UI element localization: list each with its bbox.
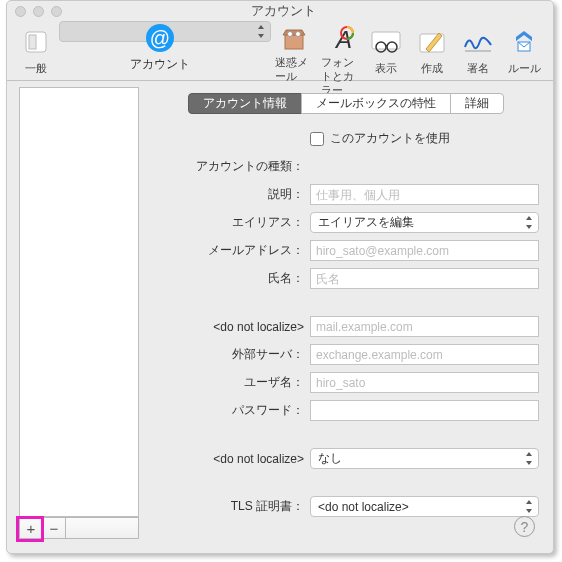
svg-point-7	[296, 32, 301, 37]
svg-rect-4	[285, 35, 303, 49]
external-label: 外部サーバ：	[152, 346, 310, 363]
incoming-label: <do not localize>	[152, 320, 310, 334]
svg-text:@: @	[149, 27, 169, 49]
toolbar-junk[interactable]: 迷惑メール	[271, 21, 317, 80]
svg-marker-16	[516, 31, 532, 41]
toolbar-general[interactable]: 一般	[13, 21, 59, 80]
traffic-lights	[15, 6, 62, 17]
content: + − アカウント情報 メールボックスの特性 詳細 このアカウントを使用 アカウ…	[7, 81, 553, 553]
fullname-field[interactable]	[310, 268, 539, 289]
tls-select[interactable]: <do not localize>	[310, 496, 539, 517]
toolbar-accounts[interactable]: @ アカウント	[59, 21, 271, 42]
email-label: メールアドレス：	[152, 242, 310, 259]
add-account-button[interactable]: +	[19, 517, 43, 539]
rules-icon	[505, 24, 543, 60]
toolbar-fonts[interactable]: A フォントとカラー	[317, 21, 363, 80]
tls-label: TLS 証明書：	[152, 498, 310, 515]
svg-marker-5	[283, 30, 305, 35]
tab-advanced[interactable]: 詳細	[450, 93, 504, 114]
pencil-icon	[413, 24, 451, 60]
incoming-server-field[interactable]	[310, 316, 539, 337]
toolbar-label: 迷惑メール	[275, 56, 313, 84]
outgoing-label: <do not localize>	[152, 452, 310, 466]
tab-account-info[interactable]: アカウント情報	[188, 93, 302, 114]
toolbar-rules[interactable]: ルール	[501, 21, 547, 80]
outgoing-select[interactable]: なし	[310, 448, 539, 469]
alias-label: エイリアス：	[152, 214, 310, 231]
toolbar-signatures[interactable]: 署名	[455, 21, 501, 80]
form-panel: アカウント情報 メールボックスの特性 詳細 このアカウントを使用 アカウントの種…	[152, 87, 539, 539]
user-label: ユーザ名：	[152, 374, 310, 391]
enable-label: このアカウントを使用	[330, 130, 450, 147]
close-icon[interactable]	[15, 6, 26, 17]
glasses-icon	[367, 24, 405, 60]
sidebar-controls: + −	[19, 517, 139, 539]
minimize-icon[interactable]	[33, 6, 44, 17]
toolbar-label: 作成	[421, 62, 443, 76]
description-field[interactable]	[310, 184, 539, 205]
switch-icon	[17, 24, 55, 60]
toolbar-viewing[interactable]: 表示	[363, 21, 409, 80]
external-server-field[interactable]	[310, 344, 539, 365]
account-list[interactable]	[19, 87, 139, 517]
titlebar: アカウント	[7, 1, 553, 21]
zoom-icon[interactable]	[51, 6, 62, 17]
type-label: アカウントの種類：	[152, 158, 310, 175]
window-title: アカウント	[62, 2, 505, 20]
svg-point-6	[288, 32, 293, 37]
password-field[interactable]	[310, 400, 539, 421]
toolbar-label: 一般	[25, 62, 47, 76]
toolbar-composing[interactable]: 作成	[409, 21, 455, 80]
pass-label: パスワード：	[152, 402, 310, 419]
toolbar-label: 表示	[375, 62, 397, 76]
fonts-icon: A	[321, 24, 359, 54]
enable-account-checkbox[interactable]: このアカウントを使用	[310, 130, 539, 147]
at-icon: @	[141, 22, 179, 54]
sidebar-spacer	[66, 517, 139, 539]
signature-icon	[459, 24, 497, 60]
fullname-label: 氏名：	[152, 270, 310, 287]
toolbar-label: 署名	[467, 62, 489, 76]
svg-rect-1	[29, 35, 36, 49]
tab-mailbox[interactable]: メールボックスの特性	[301, 93, 451, 114]
help-button[interactable]: ?	[514, 516, 535, 537]
toolbar-label: アカウント	[130, 56, 190, 73]
toolbar-label: ルール	[508, 62, 541, 76]
alias-select[interactable]: エイリアスを編集	[310, 212, 539, 233]
tabs: アカウント情報 メールボックスの特性 詳細	[152, 93, 539, 114]
email-field[interactable]	[310, 240, 539, 261]
preferences-window: アカウント 一般 @ アカウント 迷惑メール A フォントとカラー 表示 作成	[6, 0, 554, 554]
username-field[interactable]	[310, 372, 539, 393]
trash-icon	[275, 24, 313, 54]
toolbar: 一般 @ アカウント 迷惑メール A フォントとカラー 表示 作成 署名 ルール	[7, 21, 553, 81]
desc-label: 説明：	[152, 186, 310, 203]
remove-account-button[interactable]: −	[42, 517, 66, 539]
